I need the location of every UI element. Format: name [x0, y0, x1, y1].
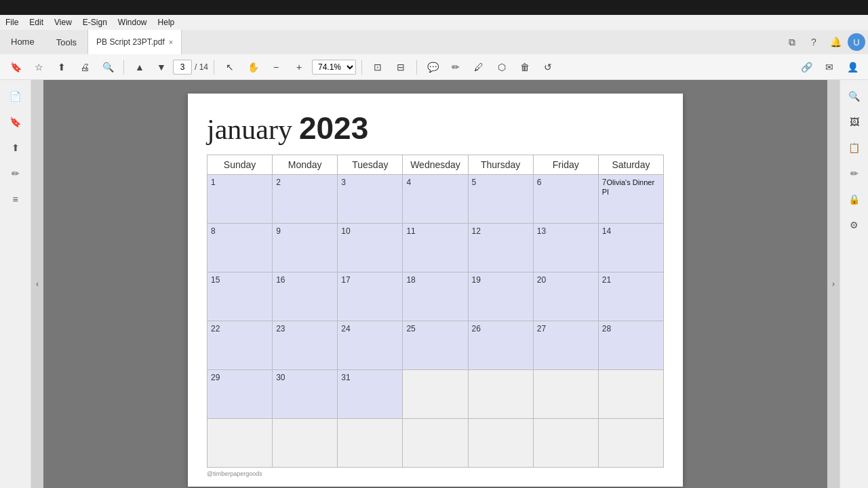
calendar-day-cell[interactable]: 9 [273, 224, 338, 272]
calendar-day-cell[interactable] [208, 419, 273, 468]
calendar-day-cell[interactable] [403, 419, 468, 468]
profile-btn[interactable]: 👤 [842, 58, 863, 77]
menu-window[interactable]: Window [118, 18, 147, 27]
page-input[interactable]: 3 [173, 60, 192, 75]
calendar-day-cell[interactable] [533, 370, 598, 419]
calendar-day-cell[interactable]: 2 [273, 175, 338, 224]
day-number: 30 [276, 373, 285, 382]
calendar-day-cell[interactable]: 19 [468, 272, 533, 321]
calendar-day-cell[interactable]: 17 [338, 272, 403, 321]
zoom-in-btn[interactable]: + [289, 58, 309, 77]
menu-help[interactable]: Help [158, 18, 175, 27]
calendar-day-cell[interactable]: 3 [338, 175, 403, 224]
calendar-day-cell[interactable] [403, 370, 468, 419]
right-zoom-btn[interactable]: 🔍 [844, 85, 865, 107]
right-image-btn[interactable]: 🖼 [844, 111, 865, 133]
notification-icon[interactable]: 🔔 [826, 33, 845, 52]
tab-home[interactable]: Home [0, 30, 45, 54]
sidebar-pages-btn[interactable]: 📄 [5, 85, 26, 107]
calendar-day-cell[interactable]: 6 [533, 175, 598, 224]
pdf-page: january 2023 Sunday Monday Tuesday Wedne… [188, 94, 683, 487]
calendar-day-cell[interactable] [598, 370, 663, 419]
next-page-btn[interactable]: ▼ [151, 58, 172, 77]
calendar-day-cell[interactable]: 27 [533, 321, 598, 370]
page-total: / 14 [195, 62, 208, 72]
upload-btn[interactable]: ⬆ [52, 58, 72, 77]
pencil-btn[interactable]: ✏ [446, 58, 466, 77]
calendar-day-cell[interactable]: 5 [468, 175, 533, 224]
calendar-day-cell[interactable]: 20 [533, 272, 598, 321]
cast-icon[interactable]: ⧉ [783, 33, 802, 52]
zoom-out-btn[interactable]: − [266, 58, 286, 77]
search-btn[interactable]: 🔍 [98, 58, 118, 77]
calendar-day-cell[interactable]: 7Olivia's Dinner Pl [598, 175, 663, 224]
menu-esign[interactable]: E-Sign [83, 18, 107, 27]
cursor-tool-btn[interactable]: ↖ [220, 58, 240, 77]
calendar-day-cell[interactable]: 1 [208, 175, 273, 224]
delete-btn[interactable]: 🗑 [515, 58, 535, 77]
right-edit-btn[interactable]: ✏ [844, 163, 865, 184]
bookmark-new-btn[interactable]: 🔖 [5, 58, 26, 77]
help-icon[interactable]: ? [804, 33, 823, 52]
calendar-day-cell[interactable]: 10 [338, 224, 403, 272]
email-btn[interactable]: ✉ [819, 58, 840, 77]
calendar-day-cell[interactable]: 31 [338, 370, 403, 419]
calendar-day-cell[interactable] [468, 370, 533, 419]
tab-file[interactable]: PB Script 23PT.pdf × [87, 30, 182, 54]
snap-btn[interactable]: ⊟ [391, 58, 411, 77]
sidebar-upload-btn[interactable]: ⬆ [5, 137, 26, 159]
menu-view[interactable]: View [54, 18, 72, 27]
undo-btn[interactable]: ↺ [538, 58, 558, 77]
calendar-day-cell[interactable]: 29 [208, 370, 273, 419]
highlight-btn[interactable]: 🖊 [469, 58, 489, 77]
calendar-day-cell[interactable]: 11 [403, 224, 468, 272]
calendar-day-cell[interactable]: 16 [273, 272, 338, 321]
calendar-day-cell[interactable]: 18 [403, 272, 468, 321]
calendar-day-cell[interactable]: 8 [208, 224, 273, 272]
calendar-day-cell[interactable] [338, 419, 403, 468]
stamp-btn[interactable]: ⬡ [492, 58, 512, 77]
calendar-day-cell[interactable] [598, 419, 663, 468]
zoom-select[interactable]: 74.1% 50% 75% 100% 125% 150% [312, 60, 356, 75]
calendar-day-cell[interactable]: 22 [208, 321, 273, 370]
calendar-day-cell[interactable]: 14 [598, 224, 663, 272]
calendar-day-cell[interactable]: 28 [598, 321, 663, 370]
hand-tool-btn[interactable]: ✋ [243, 58, 263, 77]
user-avatar[interactable]: U [848, 33, 865, 51]
star-btn[interactable]: ☆ [28, 58, 49, 77]
day-number: 11 [406, 226, 415, 236]
prev-page-btn[interactable]: ▲ [130, 58, 150, 77]
calendar-day-cell[interactable]: 15 [208, 272, 273, 321]
calendar-day-cell[interactable] [468, 419, 533, 468]
right-settings-btn[interactable]: ⚙ [844, 214, 865, 236]
calendar-day-cell[interactable] [273, 419, 338, 468]
print-btn[interactable]: 🖨 [75, 58, 95, 77]
sidebar-pen-btn[interactable]: ✏ [5, 163, 26, 184]
col-saturday: Saturday [598, 155, 663, 175]
calendar-day-cell[interactable]: 30 [273, 370, 338, 419]
calendar-day-cell[interactable] [533, 419, 598, 468]
share-btn[interactable]: 🔗 [796, 58, 816, 77]
comment-btn[interactable]: 💬 [422, 58, 443, 77]
pdf-viewer[interactable]: january 2023 Sunday Monday Tuesday Wedne… [43, 80, 827, 488]
sidebar-bookmarks-btn[interactable]: 🔖 [5, 111, 26, 133]
calendar-day-cell[interactable]: 26 [468, 321, 533, 370]
menu-file[interactable]: File [5, 18, 18, 27]
calendar-day-cell[interactable]: 23 [273, 321, 338, 370]
calendar-day-cell[interactable]: 24 [338, 321, 403, 370]
calendar-day-cell[interactable]: 21 [598, 272, 663, 321]
sidebar-layers-btn[interactable]: ≡ [5, 188, 26, 210]
right-lock-btn[interactable]: 🔒 [844, 188, 865, 210]
menu-edit[interactable]: Edit [29, 18, 43, 27]
fit-btn[interactable]: ⊡ [368, 58, 388, 77]
calendar-day-cell[interactable]: 12 [468, 224, 533, 272]
scroll-left-btn[interactable]: ‹ [31, 80, 43, 488]
right-clipboard-btn[interactable]: 📋 [844, 137, 865, 159]
calendar-day-cell[interactable]: 25 [403, 321, 468, 370]
day-number: 22 [211, 324, 220, 333]
calendar-day-cell[interactable]: 4 [403, 175, 468, 224]
calendar-day-cell[interactable]: 13 [533, 224, 598, 272]
tab-tools[interactable]: Tools [45, 30, 87, 54]
scroll-right-btn[interactable]: › [827, 80, 840, 488]
tab-close-button[interactable]: × [169, 38, 173, 46]
